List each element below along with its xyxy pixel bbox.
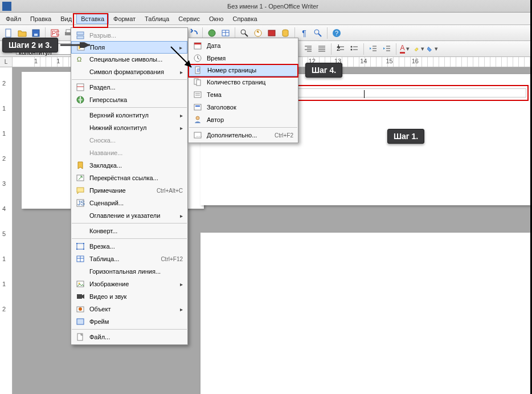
submenu-arrow-icon: ▸ xyxy=(180,281,183,287)
svg-rect-29 xyxy=(77,32,84,35)
insert-item-23[interactable]: Изображение▸ xyxy=(71,278,187,290)
image-icon xyxy=(73,278,87,290)
insert-label-10: Сноска... xyxy=(89,137,183,144)
fields-item-6[interactable]: Автор xyxy=(189,113,298,126)
svg-text:?: ? xyxy=(335,30,338,36)
svg-point-15 xyxy=(208,30,215,36)
insert-item-25[interactable]: Объект▸ xyxy=(71,303,187,315)
menubar: Файл Правка Вид Вставка Формат Таблица С… xyxy=(0,13,532,25)
blank xyxy=(73,147,87,159)
menu-help[interactable]: Справка xyxy=(228,14,261,24)
menu-table[interactable]: Таблица xyxy=(140,14,174,24)
fields-item-1[interactable]: Время xyxy=(189,52,298,64)
zoom-button[interactable] xyxy=(312,27,324,39)
table-icon xyxy=(73,253,87,265)
blank xyxy=(73,210,87,221)
insert-label-11: Название... xyxy=(89,149,183,156)
fields-item-5[interactable]: Заголовок xyxy=(189,101,298,113)
background-color-button[interactable]: ▾ xyxy=(427,43,439,55)
bulleted-list-button[interactable] xyxy=(348,43,361,55)
svg-rect-44 xyxy=(83,249,84,250)
submenu-arrow-icon: ▸ xyxy=(180,69,183,75)
fields-item-0[interactable]: Дата xyxy=(189,39,298,52)
svg-rect-60 xyxy=(194,92,201,98)
font-color-button[interactable]: A▾ xyxy=(399,43,412,55)
fields-icon xyxy=(74,42,88,53)
insert-item-11: Название... xyxy=(71,147,187,159)
menu-tools[interactable]: Сервис xyxy=(174,14,204,24)
insert-item-2[interactable]: ΩСпециальные символы... xyxy=(71,53,187,66)
insert-item-26[interactable]: Фрейм xyxy=(71,315,187,328)
insert-label-0: Разрыв... xyxy=(89,32,183,39)
blank xyxy=(73,135,87,146)
insert-item-20[interactable]: Врезка... xyxy=(71,240,187,253)
decrease-indent-button[interactable] xyxy=(367,43,379,55)
menu-file[interactable]: Файл xyxy=(1,14,26,24)
numbered-list-button[interactable]: 12 xyxy=(334,43,347,55)
align-right-button[interactable] xyxy=(302,43,314,55)
svg-point-28 xyxy=(351,48,353,50)
insert-item-9[interactable]: Нижний колонтитул▸ xyxy=(71,121,187,134)
svg-text:2: 2 xyxy=(337,45,340,52)
svg-text:#: # xyxy=(197,67,200,74)
ruler-vertical[interactable]: 2112345112 xyxy=(0,67,13,394)
insert-item-18[interactable]: Конверт... xyxy=(71,225,187,237)
highlight-button[interactable]: ▾ xyxy=(413,43,425,55)
fields-item-4[interactable]: Тема xyxy=(189,88,298,101)
fields-label-6: Автор xyxy=(207,116,293,123)
insert-item-13[interactable]: Перекрёстная ссылка... xyxy=(71,172,187,184)
insert-label-26: Фрейм xyxy=(89,318,183,325)
nonprinting-button[interactable]: ¶ xyxy=(298,27,310,39)
media-icon xyxy=(73,291,87,302)
svg-point-21 xyxy=(314,30,319,34)
fields-label-4: Тема xyxy=(207,91,293,98)
insert-item-8[interactable]: Верхний колонтитул▸ xyxy=(71,109,187,121)
insert-label-22: Горизонтальная линия... xyxy=(89,268,183,275)
shortcut: Ctrl+F2 xyxy=(275,132,293,139)
menu-window[interactable]: Окно xyxy=(204,14,228,24)
insert-item-10: Сноска... xyxy=(71,134,187,147)
svg-rect-54 xyxy=(194,43,201,44)
insert-item-14[interactable]: ПримечаниеCtrl+Alt+C xyxy=(71,184,187,197)
fields-item-8[interactable]: …Дополнительно...Ctrl+F2 xyxy=(189,129,298,141)
insert-label-24: Видео и звук xyxy=(89,293,183,300)
svg-rect-31 xyxy=(77,44,84,50)
increase-indent-button[interactable] xyxy=(380,43,393,55)
blank xyxy=(73,109,87,121)
svg-rect-43 xyxy=(76,249,77,250)
submenu-arrow-icon: ▸ xyxy=(179,44,182,51)
blank xyxy=(73,266,87,277)
menu-edit[interactable]: Правка xyxy=(26,14,56,24)
align-justify-button[interactable] xyxy=(316,43,328,55)
insert-item-12[interactable]: Закладка... xyxy=(71,159,187,172)
section-icon xyxy=(73,82,87,93)
menu-format[interactable]: Формат xyxy=(109,14,140,24)
menu-view[interactable]: Вид xyxy=(56,14,76,24)
fields-label-2: Номер страницы xyxy=(207,67,293,74)
insert-item-15[interactable]: JSСценарий... xyxy=(71,197,187,209)
fields-item-3[interactable]: Количество страниц xyxy=(189,76,298,88)
insert-label-25: Объект xyxy=(89,306,173,312)
blank xyxy=(73,122,87,133)
insert-item-3[interactable]: Символ форматирования▸ xyxy=(71,66,187,78)
page-2 xyxy=(200,233,530,394)
insert-item-6[interactable]: Гиперссылка xyxy=(71,94,187,106)
insert-item-22[interactable]: Горизонтальная линия... xyxy=(71,265,187,278)
svg-rect-0 xyxy=(6,29,11,37)
help-button[interactable]: ? xyxy=(330,27,343,39)
object-icon xyxy=(73,303,87,315)
callout-step4: Шаг 4. xyxy=(305,63,342,78)
svg-text:PDF: PDF xyxy=(52,30,59,36)
break-icon xyxy=(73,30,87,41)
insert-item-16[interactable]: Оглавление и указатели▸ xyxy=(71,209,187,222)
insert-item-5[interactable]: Раздел... xyxy=(71,81,187,94)
fields-label-5: Заголовок xyxy=(207,104,293,111)
svg-rect-19 xyxy=(268,30,275,36)
fields-item-2[interactable]: #Номер страницы xyxy=(189,64,298,76)
insert-item-21[interactable]: Таблица...Ctrl+F12 xyxy=(71,253,187,265)
insert-item-28[interactable]: Файл... xyxy=(71,331,187,343)
menu-insert[interactable]: Вставка xyxy=(76,14,109,24)
insert-item-24[interactable]: Видео и звук xyxy=(71,290,187,303)
insert-item-1[interactable]: Поля▸ xyxy=(71,41,187,54)
svg-rect-30 xyxy=(77,36,84,39)
